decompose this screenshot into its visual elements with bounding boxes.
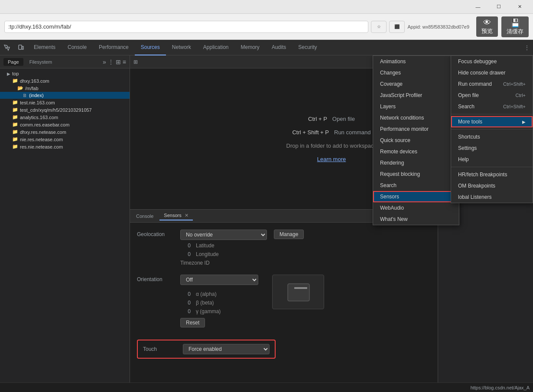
tab-audits[interactable]: Audits bbox=[266, 40, 292, 55]
menu-hr-breakpoints[interactable]: HR/fetch Breakpoints bbox=[451, 169, 533, 180]
tab-elements[interactable]: Elements bbox=[28, 40, 62, 55]
preview-button[interactable]: 👁 预览 bbox=[476, 16, 498, 37]
menu-item-label-3: Run command bbox=[458, 81, 492, 87]
folder-icon5: 📁 bbox=[12, 122, 18, 127]
fp-action-icon3[interactable]: ≡ bbox=[123, 58, 126, 65]
close-button[interactable]: ✕ bbox=[510, 0, 530, 14]
inspect-icon[interactable] bbox=[0, 40, 14, 55]
folder-icon2: 📁 bbox=[12, 100, 18, 105]
fp-action-icon1[interactable]: ⋮ bbox=[108, 58, 114, 65]
bp-tab-sensors[interactable]: Sensors ✕ bbox=[159, 211, 192, 220]
submenu-search[interactable]: Search bbox=[373, 180, 459, 191]
menu-item-label-2: Hide console drawer bbox=[458, 70, 505, 76]
latitude-value: 0 bbox=[180, 243, 191, 249]
minimize-button[interactable]: — bbox=[468, 0, 488, 14]
tree-item-testcdn[interactable]: 📁test_cdn/xyq/m/h5/202103291057 bbox=[0, 106, 130, 113]
tab-memory[interactable]: Memory bbox=[235, 40, 266, 55]
menu-search[interactable]: Search Ctrl+Shift+ bbox=[451, 101, 533, 112]
main-context-menu[interactable]: Focus debuggee Hide console drawer Run c… bbox=[451, 55, 533, 203]
restore-button[interactable]: ☐ bbox=[489, 0, 509, 14]
tree-item-analytics[interactable]: 📁analytics.163.com bbox=[0, 113, 130, 121]
orientation-label: Orientation bbox=[137, 275, 180, 282]
submenu-rendering[interactable]: Rendering bbox=[373, 157, 459, 168]
submenu-remotedevices[interactable]: Remote devices bbox=[373, 146, 459, 157]
tab-application[interactable]: Application bbox=[197, 40, 235, 55]
tab-network[interactable]: Network bbox=[166, 40, 197, 55]
bp-tab-console[interactable]: Console bbox=[132, 212, 158, 220]
folder-icon8: 📁 bbox=[12, 144, 18, 149]
menu-more-tools[interactable]: More tools ▶ bbox=[451, 116, 533, 127]
submenu-layers[interactable]: Layers bbox=[373, 101, 459, 112]
tab-sources[interactable]: Sources bbox=[135, 40, 166, 55]
menu-settings[interactable]: Settings bbox=[451, 143, 533, 154]
folder-icon4: 📁 bbox=[12, 114, 18, 120]
latitude-label: Latitude bbox=[196, 243, 214, 249]
tree-item-mfab[interactable]: 📂/m/fab bbox=[0, 84, 130, 92]
status-url: https://blog.csdn.net/Ajax_A bbox=[471, 385, 530, 390]
close-sensors-button[interactable]: ✕ bbox=[185, 213, 188, 218]
tree-item-index[interactable]: 🗎(index) bbox=[0, 92, 130, 99]
fp-tab-page[interactable]: Page bbox=[3, 58, 23, 66]
submenu-webaudio[interactable]: WebAudio bbox=[373, 202, 459, 214]
tree-item-top[interactable]: ▶top bbox=[0, 70, 130, 77]
devtools: Elements Console Performance Sources Net… bbox=[0, 40, 533, 392]
menu-hide-console[interactable]: Hide console drawer bbox=[451, 67, 533, 78]
submenu-coverage[interactable]: Coverage bbox=[373, 78, 459, 90]
reset-button[interactable]: Reset bbox=[180, 318, 205, 327]
submenu-sensors[interactable]: Sensors bbox=[373, 191, 459, 202]
gamma-value: 0 bbox=[180, 308, 191, 314]
tree-item-resnie[interactable]: 📁res.nie.netease.com bbox=[0, 143, 130, 150]
device-toolbar-icon[interactable] bbox=[14, 40, 28, 55]
menu-shortcuts[interactable]: Shortcuts bbox=[451, 131, 533, 143]
tab-performance[interactable]: Performance bbox=[93, 40, 135, 55]
touch-label: Touch bbox=[143, 346, 178, 352]
bookmark-icon[interactable]: ☆ bbox=[371, 21, 387, 33]
svg-rect-2 bbox=[288, 284, 309, 301]
menu-divider-1 bbox=[451, 114, 533, 114]
menu-item-label-4: Open file bbox=[458, 92, 479, 98]
tab-console[interactable]: Console bbox=[62, 40, 93, 55]
panel-icon1[interactable]: ⊞ bbox=[133, 59, 138, 65]
menu-global-listeners[interactable]: lobal Listeners bbox=[451, 191, 533, 203]
geolocation-select[interactable]: No override bbox=[180, 230, 267, 240]
menu-run-command[interactable]: Run command Ctrl+Shift+ bbox=[451, 78, 533, 90]
submenu-reqblocking[interactable]: Request blocking bbox=[373, 168, 459, 180]
cast-icon[interactable]: ⬛ bbox=[389, 21, 405, 33]
beta-value: 0 bbox=[180, 300, 191, 306]
save-button[interactable]: 💾 清缓存 bbox=[501, 16, 529, 37]
menu-divider-2 bbox=[451, 129, 533, 130]
touch-select[interactable]: Force enabled bbox=[183, 344, 270, 354]
fp-more-button[interactable]: » bbox=[103, 58, 106, 65]
tree-item-comm[interactable]: 📁comm.res.easebar.com bbox=[0, 121, 130, 128]
submenu-whatsnew[interactable]: What's New bbox=[373, 214, 459, 225]
tree-item-dhxy[interactable]: 📁dhxy.163.com bbox=[0, 77, 130, 84]
shortcut-key-1: Ctrl + P bbox=[308, 116, 327, 122]
appid-label: Appid: wx85f583832dbd07e9 bbox=[407, 24, 469, 29]
submenu-perfmonitor[interactable]: Performance monitor bbox=[373, 123, 459, 135]
more-tools-submenu[interactable]: Animations Changes Coverage JavaScript P… bbox=[373, 55, 459, 225]
address-bar[interactable]: :tp://dhxy.163.com/m/fab/ bbox=[4, 21, 368, 33]
orientation-select[interactable]: Off bbox=[180, 275, 258, 285]
menu-open-file[interactable]: Open file Ctrl+ bbox=[451, 90, 533, 101]
tree-item-dhxyres[interactable]: 📁dhxy.res.netease.com bbox=[0, 128, 130, 136]
menu-focus-debuggee[interactable]: Focus debuggee bbox=[451, 56, 533, 67]
more-options-button[interactable]: ⋮ bbox=[521, 40, 533, 55]
submenu-animations[interactable]: Animations bbox=[373, 56, 459, 67]
menu-help[interactable]: Help bbox=[451, 154, 533, 165]
submenu-changes[interactable]: Changes bbox=[373, 67, 459, 78]
submenu-networkconditions[interactable]: Network conditions bbox=[373, 112, 459, 123]
menu-divider-3 bbox=[451, 167, 533, 167]
fp-action-icon2[interactable]: ⊞ bbox=[116, 58, 121, 65]
devtools-toolbar: Elements Console Performance Sources Net… bbox=[0, 40, 533, 55]
tab-security[interactable]: Security bbox=[292, 40, 323, 55]
submenu-jsprofiler[interactable]: JavaScript Profiler bbox=[373, 90, 459, 101]
menu-shortcut-4: Ctrl+ bbox=[515, 93, 526, 98]
manage-button[interactable]: Manage bbox=[274, 230, 304, 239]
tree-item-nieres[interactable]: 📁nie.res.netease.com bbox=[0, 136, 130, 143]
learn-more-link[interactable]: Learn more bbox=[317, 156, 346, 162]
fp-tab-filesystem[interactable]: Filesystem bbox=[25, 58, 57, 66]
file-tree: ▶top 📁dhxy.163.com 📂/m/fab 🗎(index) 📁tes… bbox=[0, 68, 130, 382]
tree-item-testnie[interactable]: 📁test.nie.163.com bbox=[0, 99, 130, 106]
submenu-quicksource[interactable]: Quick source bbox=[373, 135, 459, 146]
menu-om-breakpoints[interactable]: OM Breakpoints bbox=[451, 180, 533, 191]
